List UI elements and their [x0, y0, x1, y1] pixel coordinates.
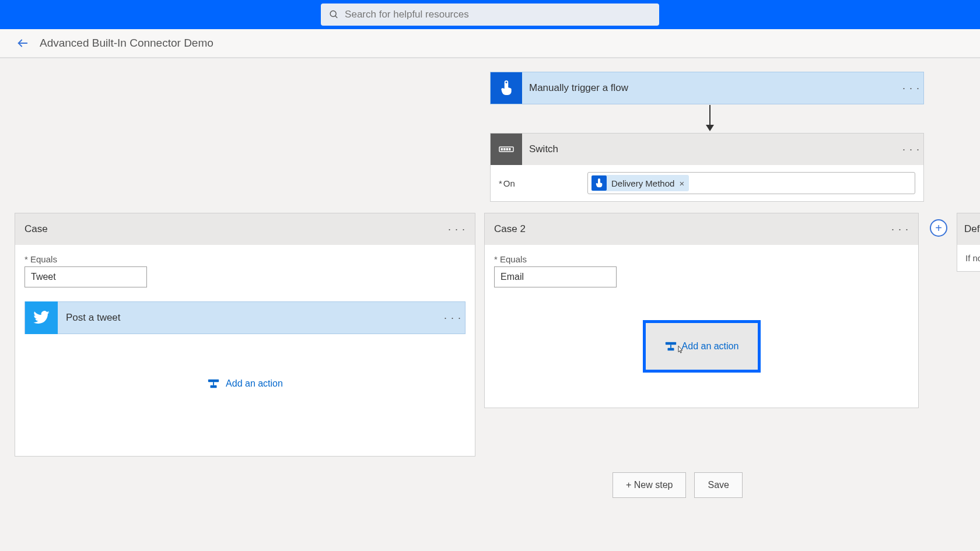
case-2-equals-label: Equals [494, 254, 909, 264]
svg-point-3 [505, 81, 508, 83]
switch-card[interactable]: Switch · · · On Delivery Method × [490, 133, 924, 202]
svg-point-0 [330, 11, 336, 17]
svg-rect-11 [208, 380, 219, 382]
case-1-equals-input[interactable] [24, 266, 147, 287]
svg-marker-5 [706, 125, 714, 131]
manual-trigger-icon [491, 72, 522, 104]
trigger-label: Manually trigger a flow [522, 82, 899, 94]
case-2-title: Case 2 [494, 223, 526, 235]
case-1-card: Case · · · Equals Post a tweet · · · Add… [15, 213, 475, 457]
footer-buttons: + New step Save [612, 472, 743, 498]
switch-on-field[interactable]: Delivery Method × [587, 172, 915, 194]
case-2-menu-icon[interactable]: · · · [891, 223, 909, 236]
new-step-button[interactable]: + New step [612, 472, 686, 498]
switch-label: Switch [522, 143, 899, 155]
case-2-add-action-label: Add an action [682, 341, 739, 352]
title-bar: Advanced Built-In Connector Demo [0, 29, 980, 58]
page-title: Advanced Built-In Connector Demo [40, 37, 214, 50]
case-1-add-action-button[interactable]: Add an action [24, 378, 466, 389]
top-bar [0, 0, 980, 29]
add-action-icon [207, 378, 220, 389]
search-box[interactable] [321, 3, 659, 26]
token-remove-icon[interactable]: × [679, 178, 684, 188]
post-tweet-action[interactable]: Post a tweet · · · [24, 301, 466, 334]
svg-rect-12 [213, 382, 214, 385]
switch-menu-icon[interactable]: · · · [899, 143, 923, 156]
search-icon [329, 9, 339, 20]
back-arrow-icon[interactable] [16, 37, 29, 50]
svg-line-1 [335, 16, 338, 18]
post-tweet-label: Post a tweet [58, 312, 440, 324]
svg-rect-15 [670, 345, 671, 348]
case-1-menu-icon[interactable]: · · · [448, 223, 466, 236]
switch-icon [491, 134, 522, 165]
token-label: Delivery Method [611, 178, 674, 188]
flow-arrow-icon [703, 105, 717, 132]
case-2-card: Case 2 · · · Equals Add an action [484, 213, 919, 408]
token-trigger-icon [592, 176, 607, 191]
case-2-add-action-button[interactable]: Add an action [664, 341, 739, 352]
search-input[interactable] [345, 9, 651, 20]
case-1-equals-label: Equals [24, 254, 466, 264]
svg-rect-13 [211, 385, 217, 388]
default-title: Defa [957, 213, 980, 245]
svg-rect-10 [509, 149, 511, 150]
switch-on-label: On [499, 178, 580, 188]
trigger-card[interactable]: Manually trigger a flow · · · [490, 72, 924, 104]
trigger-menu-icon[interactable]: · · · [899, 82, 923, 94]
svg-rect-8 [504, 149, 506, 150]
plus-icon: + [935, 222, 942, 235]
svg-rect-16 [667, 348, 674, 351]
case-2-add-action-highlight: Add an action [643, 320, 761, 373]
default-body: If no [957, 245, 980, 271]
case-1-title: Case [24, 223, 48, 235]
add-action-icon [664, 341, 677, 352]
save-button[interactable]: Save [694, 472, 742, 498]
twitter-icon [25, 301, 58, 334]
case-1-add-action-label: Add an action [226, 378, 283, 389]
svg-rect-14 [665, 342, 676, 345]
case-2-equals-input[interactable] [494, 266, 617, 287]
default-card: Defa If no [957, 213, 980, 272]
add-case-button[interactable]: + [930, 219, 947, 237]
svg-rect-7 [501, 149, 503, 150]
post-tweet-menu-icon[interactable]: · · · [440, 312, 465, 324]
svg-rect-9 [506, 149, 508, 150]
delivery-method-token[interactable]: Delivery Method × [592, 175, 689, 191]
flow-canvas: Manually trigger a flow · · · Switch · ·… [0, 58, 980, 551]
